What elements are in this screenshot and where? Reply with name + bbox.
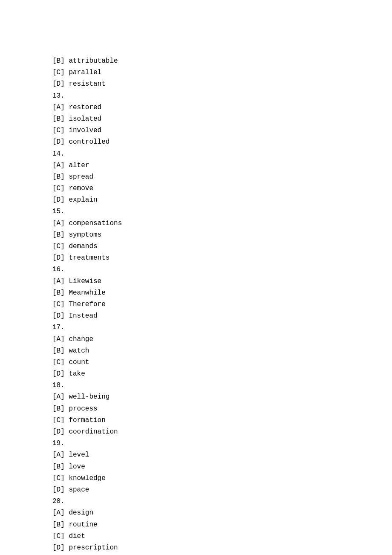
text-line: [A] alter xyxy=(52,160,392,171)
text-line: [C] formation xyxy=(52,415,392,426)
text-line: [C] remove xyxy=(52,183,392,194)
text-line: [B] isolated xyxy=(52,113,392,125)
text-line: [C] Therefore xyxy=(52,299,392,310)
text-line: [B] love xyxy=(52,461,392,473)
text-line: 16. xyxy=(52,264,392,275)
text-line: [A] well-being xyxy=(52,391,392,403)
text-line: [D] coordination xyxy=(52,426,392,438)
text-line: [D] explain xyxy=(52,194,392,206)
text-line: [A] restored xyxy=(52,102,392,113)
text-line: [A] design xyxy=(52,507,392,519)
text-line: [D] resistant xyxy=(52,78,392,90)
text-line: 18. xyxy=(52,380,392,391)
text-line: [A] Likewise xyxy=(52,276,392,287)
text-line: [A] change xyxy=(52,334,392,345)
text-line: [B] attributable xyxy=(52,55,392,67)
text-line: 19. xyxy=(52,438,392,449)
text-line: [D] treatments xyxy=(52,252,392,264)
document-page: [B] attributable [C] parallel [D] resist… xyxy=(0,0,392,555)
text-line: [C] parallel xyxy=(52,67,392,78)
text-line: [C] knowledge xyxy=(52,473,392,484)
text-line: [B] routine xyxy=(52,519,392,531)
text-line: [C] count xyxy=(52,357,392,368)
text-line: [A] compensations xyxy=(52,218,392,229)
text-line: 17. xyxy=(52,322,392,333)
text-line: [C] diet xyxy=(52,531,392,542)
text-line: [D] controlled xyxy=(52,136,392,148)
text-line: [B] Meanwhile xyxy=(52,287,392,299)
text-line: [C] demands xyxy=(52,241,392,252)
text-line: [D] Instead xyxy=(52,310,392,322)
text-line: 15. xyxy=(52,206,392,217)
text-line: [D] prescription xyxy=(52,542,392,554)
text-line: [B] process xyxy=(52,403,392,415)
text-line: 14. xyxy=(52,148,392,160)
text-line: 13. xyxy=(52,90,392,102)
text-line: [B] symptoms xyxy=(52,229,392,241)
text-line: [A] level xyxy=(52,449,392,461)
text-line: [D] space xyxy=(52,484,392,496)
text-line: [C] involved xyxy=(52,125,392,136)
text-line: 20. xyxy=(52,496,392,507)
text-line: [D] take xyxy=(52,368,392,380)
text-line: [B] watch xyxy=(52,345,392,357)
text-line: [B] spread xyxy=(52,171,392,183)
